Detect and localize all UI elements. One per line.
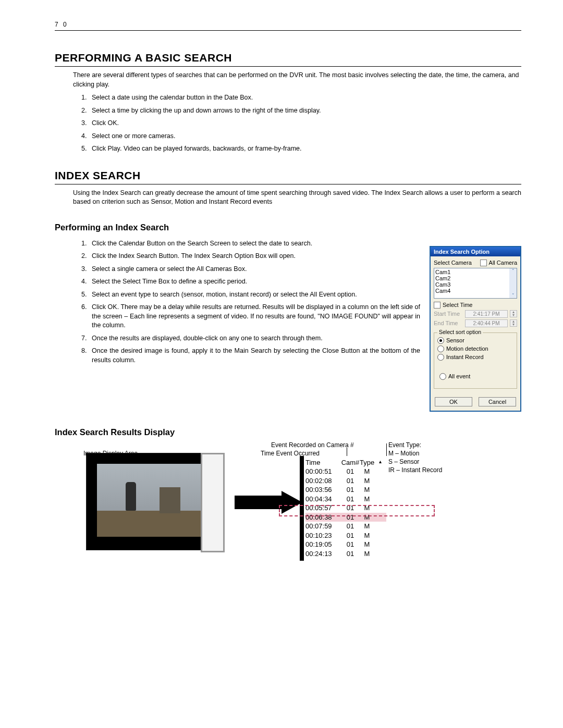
heading-performing-index: Performing an Index Search xyxy=(55,223,521,232)
all-camera-checkbox[interactable] xyxy=(480,260,487,266)
list-item: Select a time by clicking the up and dow… xyxy=(89,106,521,116)
event-type-motion-label: M – Motion xyxy=(388,450,419,457)
select-time-label: Select Time xyxy=(443,302,472,308)
dialog-title: Index Search Option xyxy=(431,247,520,256)
event-recorded-camera-label: Event Recorded on Camera # xyxy=(271,441,354,449)
list-item: Select an event type to search (sensor, … xyxy=(89,290,420,300)
table-row[interactable]: 00:04:3401M xyxy=(305,495,386,504)
results-table: Time Cam# Type ▴ 00:00:5101M00:02:0801M0… xyxy=(300,456,388,561)
select-time-checkbox[interactable] xyxy=(434,302,440,309)
start-time-input[interactable]: 2:41:17 PM xyxy=(465,310,508,318)
table-row[interactable]: 00:19:0501M xyxy=(305,540,386,549)
start-time-label: Start Time xyxy=(434,311,460,317)
table-row[interactable]: 00:07:5901M xyxy=(305,522,386,531)
index-steps-list: Click the Calendar Button on the Search … xyxy=(73,239,420,365)
sort-motion-label: Motion detection xyxy=(446,346,488,352)
list-item: Select a single camera or select the All… xyxy=(89,265,420,274)
table-row[interactable]: 00:06:3801M xyxy=(305,513,386,522)
index-intro: Using the Index Search can greatly decre… xyxy=(73,189,521,207)
results-display-figure: Image Display Area Event Recorded on Cam… xyxy=(55,441,521,561)
table-row[interactable]: 00:03:5601M xyxy=(305,485,386,495)
list-item: Once the desired image is found, apply i… xyxy=(89,347,420,365)
list-item: Select a date using the calendar button … xyxy=(89,93,521,103)
col-type: Type xyxy=(360,458,375,467)
end-time-label: End Time xyxy=(434,320,458,326)
table-row[interactable]: 00:02:0801M xyxy=(305,476,386,486)
end-time-input[interactable]: 2:40:44 PM xyxy=(465,319,508,327)
arrow-icon xyxy=(235,491,302,514)
document-page: 7 0 PERFORMING A BASIC SEARCH There are … xyxy=(0,0,563,603)
col-time: Time xyxy=(305,458,341,467)
index-section-row: Click the Calendar Button on the Search … xyxy=(55,236,521,412)
list-item: Select one or more cameras. xyxy=(89,132,521,141)
heading-results-display: Index Search Results Display xyxy=(55,427,521,437)
page-number: 7 0 xyxy=(55,21,521,28)
table-row[interactable]: 00:05:5701M xyxy=(305,503,386,513)
event-type-header-label: Event Type: xyxy=(388,441,421,449)
list-item: Select the Select Time Box to define a s… xyxy=(89,277,420,287)
list-item: Click OK. xyxy=(89,119,521,128)
select-camera-label: Select Camera xyxy=(434,260,472,266)
list-item: Click Play. Video can be played forwards… xyxy=(89,144,521,154)
scroll-up-icon[interactable]: ˄ xyxy=(512,268,515,274)
all-camera-label: All Camera xyxy=(489,260,517,266)
sort-sensor-label: Sensor xyxy=(446,337,464,343)
index-search-option-dialog: Index Search Option Select Camera All Ca… xyxy=(430,246,521,412)
event-type-ir-label: IR – Instant Record xyxy=(388,466,442,474)
sort-up-icon[interactable]: ▴ xyxy=(375,458,382,467)
list-item: Click the Calendar Button on the Search … xyxy=(89,239,420,249)
heading-index-search: INDEX SEARCH xyxy=(55,169,521,184)
sort-option-group: Select sort option Sensor Motion detecti… xyxy=(434,332,517,389)
list-item: Click the Index Search Button. The Index… xyxy=(89,252,420,261)
heading-basic-search: PERFORMING A BASIC SEARCH xyxy=(55,52,521,67)
camera-option[interactable]: Cam2 xyxy=(435,275,516,281)
basic-intro: There are several different types of sea… xyxy=(73,71,521,89)
radio-all-event[interactable] xyxy=(439,373,446,380)
list-item: Once the results are displayed, double-c… xyxy=(89,334,420,343)
start-time-spinner[interactable]: ▴▾ xyxy=(510,310,517,317)
all-event-label: All event xyxy=(448,373,470,379)
camera-option[interactable]: Cam3 xyxy=(435,281,516,288)
camera-option[interactable]: Cam1 xyxy=(435,269,516,275)
table-row[interactable]: 00:00:5101M xyxy=(305,467,386,476)
camera-listbox[interactable]: Cam1Cam2Cam3Cam4 ˄ ˅ xyxy=(434,268,517,299)
header-rule xyxy=(55,30,521,31)
radio-motion[interactable] xyxy=(437,346,444,352)
end-time-spinner[interactable]: ▴▾ xyxy=(510,319,517,327)
list-item: Click OK. There may be a delay while res… xyxy=(89,303,420,330)
event-type-sensor-label: S – Sensor xyxy=(388,458,419,465)
ok-button[interactable]: OK xyxy=(435,397,472,406)
basic-steps-list: Select a date using the calendar button … xyxy=(73,93,521,154)
results-list-thumbnail xyxy=(201,453,225,552)
scrollbar[interactable]: ˄ ˅ xyxy=(509,268,517,298)
table-row[interactable]: 00:10:2301M xyxy=(305,531,386,540)
radio-sensor[interactable] xyxy=(437,337,444,344)
camera-option[interactable]: Cam4 xyxy=(435,288,516,294)
scroll-down-icon[interactable]: ˅ xyxy=(512,293,515,298)
radio-instant[interactable] xyxy=(437,354,444,361)
sort-instant-label: Instant Record xyxy=(446,354,484,360)
cancel-button[interactable]: Cancel xyxy=(479,397,516,406)
col-cam: Cam# xyxy=(341,458,360,467)
sort-option-label: Select sort option xyxy=(437,329,483,335)
table-row[interactable]: 00:24:1301M xyxy=(305,549,386,559)
